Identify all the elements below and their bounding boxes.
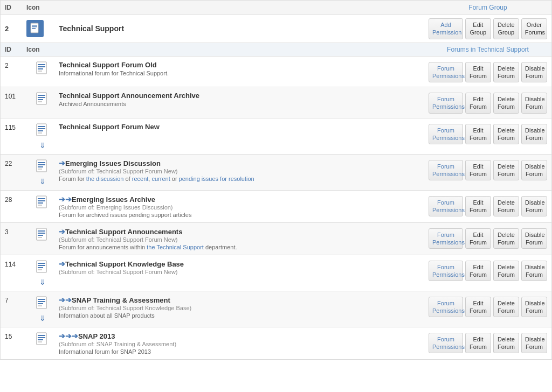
edit-forum-button[interactable]: Edit Forum	[465, 261, 491, 282]
disable-forum-button[interactable]: Disable Forum	[521, 196, 547, 217]
forum-permissions-button[interactable]: Forum Permissions	[429, 124, 463, 145]
forum-permissions-button[interactable]: Forum Permissions	[429, 261, 463, 282]
disable-forum-button[interactable]: Disable Forum	[521, 297, 547, 318]
delete-forum-button[interactable]: Delete Forum	[493, 93, 519, 114]
edit-forum-button[interactable]: Edit Forum	[465, 124, 491, 145]
edit-forum-button[interactable]: Edit Forum	[465, 93, 491, 114]
svg-rect-26	[38, 200, 45, 201]
forum-permissions-button[interactable]: Forum Permissions	[429, 333, 463, 354]
delete-forum-button[interactable]: Delete Forum	[493, 333, 519, 354]
forum-permissions-button[interactable]: Forum Permissions	[429, 160, 463, 181]
disable-forum-button[interactable]: Disable Forum	[521, 261, 547, 282]
forum-permissions-button[interactable]: Forum Permissions	[429, 228, 463, 249]
delete-forum-button[interactable]: Delete Forum	[493, 160, 519, 181]
edit-forum-button[interactable]: Edit Forum	[465, 62, 491, 83]
svg-rect-17	[38, 130, 43, 131]
disable-forum-button[interactable]: Disable Forum	[521, 228, 547, 249]
svg-rect-27	[38, 202, 43, 204]
svg-rect-19	[37, 160, 46, 172]
forum-row: 7 ⇓ ➔➔SNAP Training & Assessment (Subfor…	[1, 291, 551, 327]
forum-permissions-button[interactable]: Forum Permissions	[429, 297, 463, 318]
svg-rect-4	[37, 62, 46, 74]
order-forums-button[interactable]: Order Forums	[521, 18, 547, 39]
svg-rect-6	[38, 66, 45, 67]
forum-action-buttons: Forum Permissions Edit Forum Delete Foru…	[429, 123, 547, 145]
forum-title: Technical Support Forum New	[59, 123, 429, 131]
svg-rect-24	[37, 196, 46, 208]
forum-row: 22 ⇓ ➔Emerging Issues Discussion (Subfor…	[1, 155, 551, 191]
forum-content: ➔Emerging Issues Discussion (Subforum of…	[59, 159, 429, 182]
forum-permissions-button[interactable]: Forum Permissions	[429, 196, 463, 217]
delete-group-button[interactable]: Delete Group	[493, 18, 519, 39]
svg-rect-48	[38, 341, 42, 342]
delete-forum-button[interactable]: Delete Forum	[493, 124, 519, 145]
forum-icon-cell	[26, 195, 59, 211]
forum-subforum: (Subforum of: Technical Support Forum Ne…	[59, 168, 429, 174]
svg-rect-3	[32, 28, 36, 29]
header-group: Forum Group	[429, 4, 547, 11]
forum-description: Information about all SNAP products	[59, 312, 429, 319]
forum-row: 115 ⇓ Technical Support Forum New Forum …	[1, 118, 551, 155]
main-header: ID Icon Forum Group	[1, 1, 551, 15]
svg-rect-30	[38, 230, 45, 232]
delete-forum-button[interactable]: Delete Forum	[493, 297, 519, 318]
forum-subforum: (Subforum of: Technical Support Knowledg…	[59, 305, 429, 311]
svg-rect-15	[38, 126, 45, 127]
forum-description: Forum for announcements within the Techn…	[59, 244, 429, 250]
disable-forum-button[interactable]: Disable Forum	[521, 124, 547, 145]
svg-rect-33	[38, 237, 42, 238]
disable-forum-button[interactable]: Disable Forum	[521, 62, 547, 83]
subheader-id: ID	[5, 46, 26, 53]
forum-action-buttons: Forum Permissions Edit Forum Delete Foru…	[429, 61, 547, 83]
group-icon	[26, 20, 44, 37]
svg-rect-9	[37, 93, 46, 104]
forum-id: 115	[5, 123, 26, 131]
disable-forum-button[interactable]: Disable Forum	[521, 93, 547, 114]
add-permission-button[interactable]: Add Permission	[429, 18, 463, 39]
svg-rect-29	[37, 228, 46, 240]
forum-title: ➔Technical Support Announcements	[59, 227, 429, 236]
svg-rect-45	[38, 335, 45, 336]
forum-icon-cell: ⇓	[26, 296, 59, 323]
svg-rect-35	[38, 263, 45, 264]
delete-forum-button[interactable]: Delete Forum	[493, 228, 519, 249]
svg-rect-41	[38, 301, 45, 302]
forum-icon-cell	[26, 61, 59, 77]
forum-title: ➔➔➔SNAP 2013	[59, 332, 429, 340]
svg-rect-40	[38, 299, 45, 300]
edit-forum-button[interactable]: Edit Forum	[465, 333, 491, 354]
svg-rect-42	[38, 303, 43, 304]
header-icon: Icon	[26, 4, 59, 11]
disable-forum-button[interactable]: Disable Forum	[521, 333, 547, 354]
edit-forum-button[interactable]: Edit Forum	[465, 196, 491, 217]
svg-rect-32	[38, 235, 43, 236]
edit-forum-button[interactable]: Edit Forum	[465, 297, 491, 318]
svg-rect-28	[38, 205, 42, 206]
forum-action-buttons: Forum Permissions Edit Forum Delete Foru…	[429, 92, 547, 114]
edit-group-button[interactable]: Edit Group	[465, 18, 491, 39]
disable-forum-button[interactable]: Disable Forum	[521, 160, 547, 181]
delete-forum-button[interactable]: Delete Forum	[493, 261, 519, 282]
svg-rect-23	[38, 169, 42, 170]
forum-row: 15 ➔➔➔SNAP 2013 (Subforum of: SNAP Train…	[1, 327, 551, 360]
svg-rect-39	[37, 297, 46, 309]
forum-permissions-button[interactable]: Forum Permissions	[429, 62, 463, 83]
svg-rect-47	[38, 339, 43, 340]
forum-action-buttons: Forum Permissions Edit Forum Delete Foru…	[429, 227, 547, 249]
delete-forum-button[interactable]: Delete Forum	[493, 196, 519, 217]
edit-forum-button[interactable]: Edit Forum	[465, 228, 491, 249]
svg-rect-22	[38, 166, 43, 167]
svg-rect-31	[38, 233, 45, 234]
svg-rect-16	[38, 128, 45, 129]
forum-title: Technical Support Announcement Archive	[59, 92, 429, 100]
forum-description: Informational forum for Technical Suppor…	[59, 70, 429, 76]
forum-permissions-button[interactable]: Forum Permissions	[429, 93, 463, 114]
forum-title: ➔Emerging Issues Discussion	[59, 159, 429, 167]
svg-rect-44	[37, 333, 46, 345]
forum-subforum: (Subforum of: SNAP Training & Assessment…	[59, 341, 429, 347]
group-id: 2	[5, 25, 26, 33]
delete-forum-button[interactable]: Delete Forum	[493, 62, 519, 83]
group-title: Technical Support	[59, 24, 429, 33]
forum-description: Informational forum for SNAP 2013	[59, 348, 429, 355]
edit-forum-button[interactable]: Edit Forum	[465, 160, 491, 181]
